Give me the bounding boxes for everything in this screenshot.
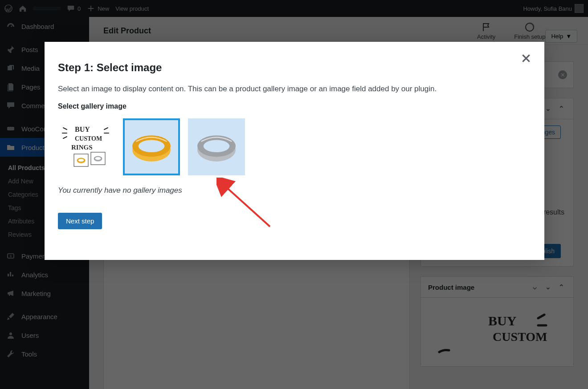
- modal-description: Select an image to display content on. T…: [58, 85, 531, 93]
- svg-point-23: [204, 140, 229, 153]
- svg-point-13: [78, 159, 84, 162]
- gallery-thumb-featured[interactable]: BUY CUSTOM RINGS: [58, 118, 115, 175]
- svg-point-17: [95, 157, 101, 160]
- next-step-button[interactable]: Next step: [58, 213, 102, 229]
- gallery-thumb-silver-ring[interactable]: [188, 118, 245, 175]
- svg-text:RINGS: RINGS: [71, 144, 93, 151]
- close-icon: [520, 53, 532, 64]
- select-image-modal: Step 1: Select image Select an image to …: [45, 42, 544, 260]
- svg-text:CUSTOM: CUSTOM: [75, 135, 102, 142]
- modal-title: Step 1: Select image: [58, 61, 531, 74]
- thumb-text-buy: BUY: [75, 126, 90, 133]
- modal-subheading: Select gallery image: [58, 102, 531, 110]
- gallery-thumb-gold-ring[interactable]: [123, 118, 180, 175]
- gallery-thumbnail-row: BUY CUSTOM RINGS: [58, 118, 531, 175]
- empty-gallery-note: You currently have no gallery images: [58, 186, 531, 195]
- modal-close-button[interactable]: [520, 53, 532, 64]
- svg-point-20: [139, 140, 164, 153]
